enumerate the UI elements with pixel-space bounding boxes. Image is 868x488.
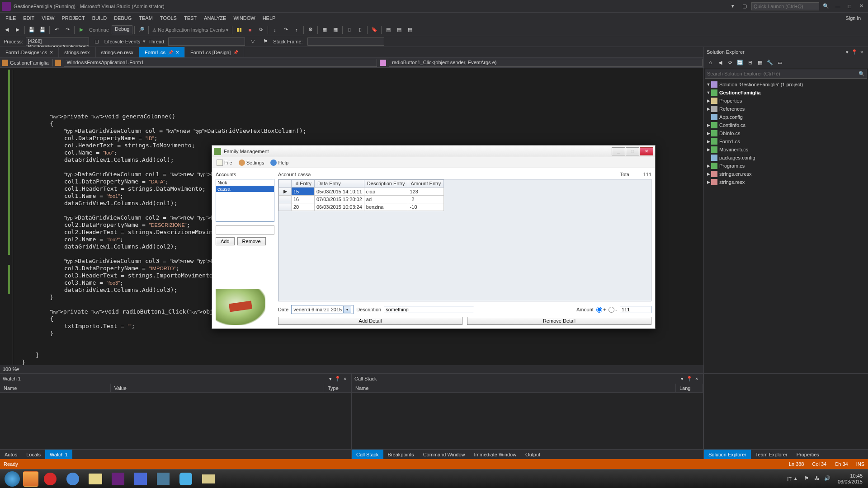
pin-icon[interactable]: 📍 — [851, 48, 858, 56]
col-name[interactable]: Name — [352, 384, 676, 392]
taskbar-opera[interactable] — [39, 470, 61, 488]
menu-settings[interactable]: Settings — [236, 160, 267, 166]
thread-combo[interactable] — [168, 38, 245, 46]
sign-in-link[interactable]: Sign in — [840, 13, 866, 23]
bookmark-icon[interactable]: 🔖 — [369, 25, 379, 35]
refresh-icon[interactable]: 🔄 — [736, 58, 745, 67]
tool-icon[interactable]: ▤ — [394, 25, 404, 35]
tool-icon[interactable]: ▯ — [355, 25, 365, 35]
tree-node[interactable]: packages.config — [704, 154, 868, 162]
tab-form1-cs[interactable]: Form1.cs📌× — [139, 47, 185, 57]
tool-icon[interactable]: ▤ — [405, 25, 415, 35]
nav-project[interactable]: GestioneFamiglia — [10, 60, 52, 66]
remove-detail-button[interactable]: Remove Detail — [467, 317, 651, 325]
menu-window[interactable]: WINDOW — [230, 13, 259, 23]
step-over-icon[interactable]: ↷ — [281, 25, 291, 35]
close-icon[interactable]: × — [341, 375, 349, 382]
menu-test[interactable]: TEST — [180, 13, 200, 23]
redo-icon[interactable]: ↷ — [62, 25, 72, 35]
col-amount[interactable]: Amount Entry — [408, 180, 444, 188]
back-icon[interactable]: ◀ — [716, 58, 725, 67]
tray-network-icon[interactable]: 🖧 — [814, 475, 821, 483]
tray-clock[interactable]: 10:45 06/03/2015 — [838, 473, 863, 485]
panel-menu-icon[interactable]: ▾ — [844, 48, 851, 56]
tab-team-explorer[interactable]: Team Explorer — [751, 450, 792, 459]
col-desc[interactable]: Description Entry — [364, 180, 408, 188]
step-out-icon[interactable]: ↑ — [292, 25, 302, 35]
tool-icon[interactable]: ▦ — [330, 25, 340, 35]
start-button[interactable] — [5, 471, 20, 487]
nav-fwd-icon[interactable]: ▶ — [13, 25, 23, 35]
tab-watch1[interactable]: Watch 1 — [45, 450, 72, 459]
menu-tools[interactable]: TOOLS — [156, 13, 180, 23]
nav-back-icon[interactable]: ◀ — [2, 25, 12, 35]
add-detail-button[interactable]: Add Detail — [278, 317, 462, 325]
tree-node[interactable]: App.config — [704, 113, 868, 121]
thread-flag-icon[interactable]: ⚑ — [260, 37, 270, 47]
account-name-input[interactable] — [216, 225, 274, 235]
nav-class-combo[interactable]: WindowsFormsApplication1.Form1 — [64, 59, 377, 67]
tab-locals[interactable]: Locals — [22, 450, 45, 459]
date-picker[interactable]: venerdì 6 marzo 2015 ▾ — [291, 305, 354, 314]
tray-lang[interactable]: IT — [787, 476, 792, 482]
solution-tree[interactable]: ▼Solution 'GestioneFamiglia' (1 project)… — [704, 80, 868, 373]
tree-node[interactable]: ▶Movimenti.cs — [704, 145, 868, 154]
tree-node[interactable]: ▶strings.en.resx — [704, 170, 868, 178]
preview-icon[interactable]: ▭ — [775, 58, 784, 67]
feedback-icon[interactable]: ▾ — [728, 2, 738, 10]
maximize-button[interactable]: □ — [844, 2, 854, 10]
col-name[interactable]: Name — [0, 384, 111, 392]
taskbar-virtualbox[interactable] — [152, 470, 174, 488]
taskbar-skype[interactable] — [175, 470, 197, 488]
tab-breakpoints[interactable]: Breakpoints — [383, 450, 419, 459]
system-tray[interactable]: IT ▴ ⚑ 🖧 🔊 10:45 06/03/2015 — [783, 473, 866, 485]
menu-debug[interactable]: DEBUG — [110, 13, 135, 23]
pause-icon[interactable]: ▮▮ — [234, 25, 244, 35]
tree-node[interactable]: ▶References — [704, 105, 868, 113]
search-icon[interactable]: 🔍 — [859, 71, 865, 77]
collapse-icon[interactable]: ⊟ — [745, 58, 755, 67]
nav-method-combo[interactable]: radioButton1_Click(object sender, EventA… — [389, 59, 703, 67]
col-lang[interactable]: Lang — [676, 384, 703, 392]
description-input[interactable] — [384, 306, 474, 313]
properties-icon[interactable]: 🔧 — [765, 58, 774, 67]
tool-icon[interactable]: ⚙ — [306, 25, 316, 35]
config-combo[interactable]: Debug — [112, 25, 132, 34]
home-icon[interactable]: ⌂ — [706, 58, 715, 67]
menu-project[interactable]: PROJECT — [58, 13, 88, 23]
panel-menu-icon[interactable]: ▾ — [327, 375, 334, 382]
taskbar-app2[interactable] — [198, 470, 219, 488]
zoom-combo[interactable]: 100 % ▾ — [0, 365, 703, 373]
app-insights-label[interactable]: ⚠ No Application Insights Events ▾ — [151, 27, 230, 33]
tree-node[interactable]: ▶Form1.cs — [704, 137, 868, 145]
taskbar-app[interactable] — [130, 470, 151, 488]
grid-row[interactable]: 1607/03/2015 15:20:02ad-2 — [279, 196, 444, 203]
se-search[interactable]: 🔍 — [705, 69, 867, 79]
close-button[interactable]: ✕ — [856, 2, 866, 10]
amount-minus-radio[interactable]: - — [609, 307, 617, 313]
stackframe-combo[interactable] — [307, 38, 384, 46]
col-id[interactable]: Id Entry — [292, 180, 315, 188]
panel-menu-icon[interactable]: ▾ — [679, 375, 686, 382]
remove-account-button[interactable]: Remove — [237, 237, 266, 245]
tab-strings-resx[interactable]: strings.resx — [59, 47, 95, 57]
tab-command[interactable]: Command Window — [419, 450, 470, 459]
menu-help[interactable]: HELP — [259, 13, 279, 23]
close-button[interactable]: ✕ — [640, 147, 653, 155]
pin-icon[interactable]: 📍 — [334, 375, 341, 382]
restart-icon[interactable]: ⟳ — [256, 25, 266, 35]
tree-node[interactable]: ▶DbInfo.cs — [704, 129, 868, 137]
tray-chevron-icon[interactable]: ▴ — [794, 475, 802, 483]
se-search-input[interactable] — [707, 71, 859, 76]
menu-build[interactable]: BUILD — [89, 13, 110, 23]
minimize-button[interactable]: — — [833, 2, 843, 10]
find-icon[interactable]: 🔎 — [137, 25, 146, 35]
stop-icon[interactable]: ■ — [245, 25, 255, 35]
taskbar-visualstudio[interactable] — [107, 470, 129, 488]
tray-flag-icon[interactable]: ⚑ — [804, 475, 811, 483]
step-into-icon[interactable]: ↓ — [270, 25, 280, 35]
add-account-button[interactable]: Add — [216, 237, 235, 245]
account-option-selected[interactable]: cassa — [216, 186, 274, 192]
col-value[interactable]: Value — [111, 384, 324, 392]
amount-plus-radio[interactable]: + — [596, 307, 606, 313]
